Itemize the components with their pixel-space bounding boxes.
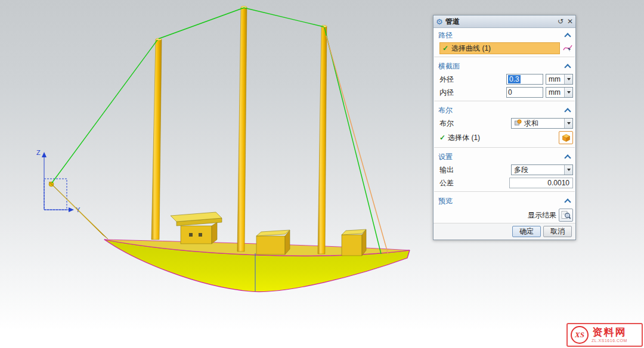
cabin-middle[interactable] xyxy=(256,230,290,254)
boolean-select[interactable]: 求和 xyxy=(511,118,573,129)
inner-diameter-value: 0 xyxy=(508,88,512,97)
collapse-chevron-icon[interactable] xyxy=(564,198,571,205)
solid-body-cube-icon xyxy=(562,133,571,142)
select-curve-label: 选择曲线 (1) xyxy=(451,44,491,54)
tolerance-value: 0.0010 xyxy=(547,179,569,187)
ok-button[interactable]: 确定 xyxy=(512,226,541,237)
reset-icon[interactable]: ↺ xyxy=(558,18,564,25)
check-icon: ✓ xyxy=(439,133,445,142)
cabin-right[interactable] xyxy=(342,229,366,256)
mast-main[interactable] xyxy=(237,6,247,251)
bowsprit[interactable] xyxy=(49,182,108,239)
boat-model[interactable] xyxy=(49,6,410,291)
section-preview-header[interactable]: 预览 xyxy=(434,194,575,207)
divider xyxy=(434,57,575,57)
section-path-header[interactable]: 路径 xyxy=(434,28,575,42)
section-cross-label: 横截面 xyxy=(438,61,460,72)
select-curve-row[interactable]: ✓ 选择曲线 (1) xyxy=(439,42,560,54)
close-icon[interactable]: ✕ xyxy=(567,18,573,25)
tolerance-label: 公差 xyxy=(439,178,454,188)
show-result-label: 显示结果 xyxy=(528,210,556,220)
boolean-unite-icon xyxy=(514,119,522,128)
collapse-chevron-icon[interactable] xyxy=(564,33,571,39)
collapse-chevron-icon[interactable] xyxy=(564,154,571,161)
axis-z-label: Z xyxy=(36,149,41,156)
collapse-chevron-icon[interactable] xyxy=(564,108,571,114)
outer-diameter-unit: mm xyxy=(549,75,561,83)
curve-select-icon[interactable] xyxy=(562,43,573,54)
dropdown-arrow-icon[interactable] xyxy=(564,119,572,128)
watermark-site-url: ZL.XS1616.COM xyxy=(592,338,627,343)
output-value: 多段 xyxy=(514,165,528,175)
output-label: 输出 xyxy=(439,165,454,175)
tolerance-input[interactable]: 0.0010 xyxy=(509,178,573,188)
outer-diameter-value: 0.3 xyxy=(508,75,521,83)
output-select[interactable]: 多段 xyxy=(511,164,573,175)
dropdown-arrow-icon[interactable] xyxy=(564,74,572,84)
outer-diameter-label: 外径 xyxy=(439,74,454,85)
section-boolean-label: 布尔 xyxy=(438,105,453,116)
divider xyxy=(434,101,575,101)
watermark-site-name: 资料网 xyxy=(592,327,626,338)
rigging-stay-orange[interactable] xyxy=(326,36,388,254)
dialog-titlebar[interactable]: ⚙ 管道 ↺ ✕ xyxy=(434,15,575,28)
inner-diameter-label: 内径 xyxy=(439,88,454,98)
cancel-button[interactable]: 取消 xyxy=(543,226,572,237)
wcs-axes: Z Y xyxy=(36,149,80,213)
inner-diameter-input[interactable]: 0 xyxy=(506,87,543,98)
show-result-button[interactable] xyxy=(559,209,573,222)
divider xyxy=(434,147,575,148)
boolean-value: 求和 xyxy=(524,119,538,129)
inner-diameter-unit: mm xyxy=(549,88,561,97)
dropdown-arrow-icon[interactable] xyxy=(564,165,572,175)
boolean-label: 布尔 xyxy=(439,119,454,129)
mast-rear[interactable] xyxy=(318,25,327,254)
watermark-logo-icon: XS xyxy=(571,326,589,344)
outer-diameter-unit-select[interactable]: mm xyxy=(546,74,573,85)
magnifier-icon xyxy=(561,210,571,220)
section-cross-header[interactable]: 横截面 xyxy=(434,59,575,73)
dialog-footer: 确定 取消 xyxy=(434,223,575,240)
select-body-label: 选择体 (1) xyxy=(448,133,480,143)
section-path-label: 路径 xyxy=(438,30,453,41)
application-window: Z Y xyxy=(0,0,644,348)
dialog-title: 管道 xyxy=(445,17,460,27)
section-settings-label: 设置 xyxy=(438,152,453,162)
check-icon: ✓ xyxy=(442,44,448,52)
section-boolean-header[interactable]: 布尔 xyxy=(434,103,575,117)
watermark: XS 资料网 ZL.XS1616.COM xyxy=(566,323,643,347)
collapse-chevron-icon[interactable] xyxy=(564,64,571,70)
pipe-dialog: ⚙ 管道 ↺ ✕ 路径 ✓ 选择曲线 (1) xyxy=(433,15,576,240)
cabin-left[interactable] xyxy=(171,212,222,244)
dropdown-arrow-icon[interactable] xyxy=(564,88,572,97)
divider xyxy=(434,191,575,192)
select-body-button[interactable] xyxy=(559,131,573,144)
mast-front[interactable] xyxy=(151,38,162,240)
inner-diameter-unit-select[interactable]: mm xyxy=(546,87,573,98)
dialog-gear-icon: ⚙ xyxy=(436,18,443,26)
outer-diameter-input[interactable]: 0.3 xyxy=(506,74,543,85)
section-preview-label: 预览 xyxy=(438,196,453,206)
section-settings-header[interactable]: 设置 xyxy=(434,150,575,163)
